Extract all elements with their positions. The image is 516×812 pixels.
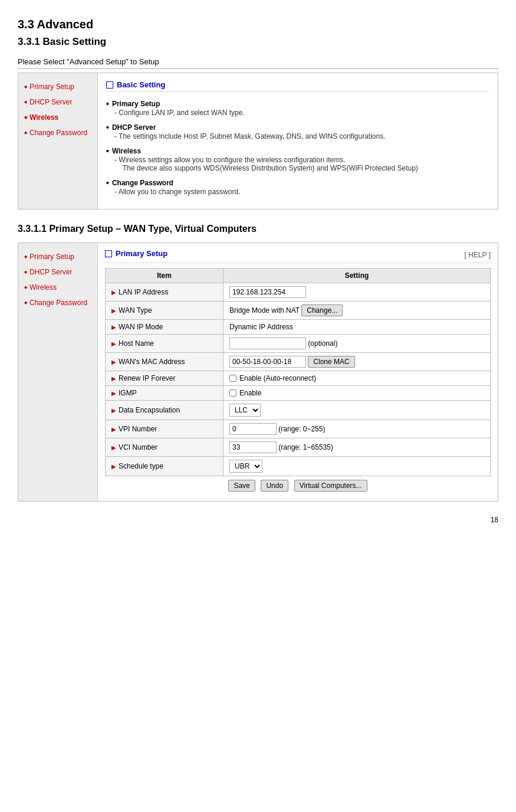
sidebar2-item-primary-setup[interactable]: Primary Setup [18,249,97,264]
setting-dhcp-server: DHCP Server - The settings include Host … [106,123,489,140]
setting-wireless-desc1: - Wireless settings allow you to configu… [114,156,489,164]
intro-text: Please Select "Advanced Setup" to Setup [18,57,498,69]
sidebar2-item-wireless[interactable]: Wireless [18,280,97,295]
sidebar-1: Primary Setup DHCP Server Wireless Chang… [18,73,98,209]
basic-setting-panel: Primary Setup DHCP Server Wireless Chang… [18,73,498,209]
item-wan-type: ▶WAN Type [106,302,224,320]
igmp-row: Enable [229,389,484,397]
table-row: ▶Renew IP Forever Enable (Auto-reconnect… [106,371,491,386]
arrow-icon: ▶ [111,390,116,397]
arrow-icon: ▶ [111,407,116,414]
item-schedule: ▶Schedule type [106,457,224,476]
lan-ip-input[interactable] [229,286,306,298]
sidebar-item-label: Wireless [29,113,58,122]
arrow-icon: ▶ [111,359,116,365]
setting-change-password: Change Password - Allow you to change sy… [106,178,489,196]
table-row: ▶VPI Number (range: 0~255) [106,420,491,438]
vpi-input[interactable] [229,423,277,435]
setting-primary-setup: Primary Setup - Configure LAN IP, and se… [106,99,489,117]
item-igmp: ▶IGMP [106,386,224,401]
col-setting: Setting [224,269,491,283]
data-encap-select[interactable]: LLC [229,404,261,417]
table-row: ▶WAN Type Bridge Mode with NAT Change... [106,302,491,320]
setting-dhcp-title: DHCP Server [106,123,489,132]
sidebar2-item-dhcp[interactable]: DHCP Server [18,264,97,280]
clone-mac-button[interactable]: Clone MAC [308,356,354,368]
setting-data-encap: LLC [224,401,491,420]
sidebar-item-label: Primary Setup [29,83,74,91]
undo-button[interactable]: Undo [261,480,288,492]
panel-title-icon [106,81,113,89]
setting-renew-ip: Enable (Auto-reconnect) [224,371,491,386]
section-advanced: 3.3 Advanced 3.3.1 Basic Setting Please … [18,18,498,209]
host-name-input[interactable] [229,338,306,349]
arrow-icon: ▶ [111,289,116,296]
section-primary-setup: 3.3.1.1 Primary Setup – WAN Type, Virtua… [18,224,498,502]
setting-wireless-title: Wireless [106,146,489,156]
item-lan-ip: ▶LAN IP Address [106,283,224,302]
section-title: 3.3 Advanced [18,18,498,31]
change-button[interactable]: Change... [301,304,343,316]
arrow-icon: ▶ [111,426,116,433]
sidebar-item-password-1[interactable]: Change Password [18,125,97,140]
sidebar-item-label: Primary Setup [29,253,74,261]
primary-setup-panel: Primary Setup DHCP Server Wireless Chang… [18,243,498,502]
vci-input[interactable] [229,441,277,453]
subsub-title: 3.3.1.1 Primary Setup – WAN Type, Virtua… [18,224,498,234]
wan-type-text: Bridge Mode with NAT [229,306,301,315]
sidebar-item-label: Wireless [29,283,57,292]
table-row: ▶Data Encapsulation LLC [106,401,491,420]
setting-wireless-desc2: The device also supports WDS(Wireless Di… [123,164,489,172]
optional-label: (optional) [308,339,337,348]
sidebar-item-label: DHCP Server [29,268,72,276]
basic-setting-title: Basic Setting [106,80,489,92]
col-item: Item [106,269,224,283]
sidebar-item-label: Change Password [29,129,87,137]
subsection-title: 3.3.1 Basic Setting [18,36,498,48]
sidebar-item-dhcp-1[interactable]: DHCP Server [18,94,97,110]
renew-ip-row: Enable (Auto-reconnect) [229,374,484,382]
setting-vpi: (range: 0~255) [224,420,491,438]
schedule-select[interactable]: UBR [229,460,262,473]
page-content: 3.3 Advanced 3.3.1 Basic Setting Please … [18,18,498,524]
sidebar2-item-password[interactable]: Change Password [18,295,97,310]
item-vpi: ▶VPI Number [106,420,224,438]
igmp-label: Enable [239,389,261,397]
wan-mac-input[interactable] [229,356,306,368]
table-row: ▶LAN IP Address [106,283,491,302]
setting-wireless: Wireless - Wireless settings allow you t… [106,146,489,172]
item-renew-ip: ▶Renew IP Forever [106,371,224,386]
save-button[interactable]: Save [228,480,255,492]
sidebar-item-wireless-1[interactable]: Wireless [18,110,97,125]
setting-wan-type: Bridge Mode with NAT Change... [224,302,491,320]
arrow-icon: ▶ [111,375,116,382]
bottom-buttons: Save Undo Virtual Computers... [105,476,491,495]
item-wan-ip-mode: ▶WAN IP Mode [106,320,224,335]
setting-wan-ip-mode: Dynamic IP Address [224,320,491,335]
item-data-encap: ▶Data Encapsulation [106,401,224,420]
renew-ip-checkbox[interactable] [229,375,236,382]
table-row: ▶IGMP Enable [106,386,491,401]
table-row: ▶WAN IP Mode Dynamic IP Address [106,320,491,335]
table-row: ▶VCI Number (range: 1~65535) [106,438,491,457]
panel-title-icon-2 [105,250,112,257]
help-link[interactable]: [ HELP ] [465,251,491,259]
main-panel-basic-setting: Basic Setting Primary Setup - Configure … [98,73,498,209]
arrow-icon: ▶ [111,307,116,314]
sidebar-item-primary-setup-1[interactable]: Primary Setup [18,79,97,94]
setting-primary-setup-desc: - Configure LAN IP, and select WAN type. [114,109,489,117]
table-row: ▶Host Name (optional) [106,335,491,353]
sidebar-item-label: DHCP Server [29,98,72,106]
sidebar-2: Primary Setup DHCP Server Wireless Chang… [18,243,98,501]
renew-ip-label: Enable (Auto-reconnect) [239,374,316,382]
vci-range: (range: 1~65535) [278,443,333,451]
setting-lan-ip [224,283,491,302]
igmp-checkbox[interactable] [229,389,236,397]
virtual-computers-button[interactable]: Virtual Computers... [294,480,367,492]
primary-setup-title: Primary Setup [105,249,167,260]
setting-host-name: (optional) [224,335,491,353]
table-row: ▶Schedule type UBR [106,457,491,476]
setting-igmp: Enable [224,386,491,401]
arrow-icon: ▶ [111,463,116,470]
table-row: ▶WAN's MAC Address Clone MAC [106,353,491,371]
